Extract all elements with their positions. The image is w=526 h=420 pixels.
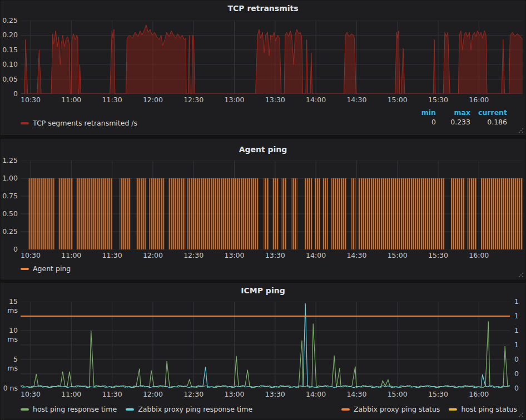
x-tick-label: 15:30 bbox=[425, 251, 451, 260]
stat-header-min: min bbox=[405, 108, 436, 117]
y-tick-label: 0.15 bbox=[1, 46, 18, 54]
y-tick-label: 0.05 bbox=[1, 75, 18, 84]
series-bars-agent-ping bbox=[149, 178, 165, 249]
y-tick-label: 0.20 bbox=[1, 31, 18, 39]
icmp-ping-plot-area[interactable] bbox=[21, 302, 510, 388]
y-tick-label-right: 0 bbox=[514, 369, 525, 378]
x-tick-label: 11:30 bbox=[99, 96, 126, 104]
legend-label[interactable]: Zabbix proxy ping response time bbox=[138, 405, 252, 413]
series-bars-agent-ping bbox=[305, 178, 312, 249]
x-tick-label: 14:30 bbox=[343, 390, 370, 399]
series-bars-agent-ping bbox=[331, 178, 346, 249]
y-tick-label: 5 ms bbox=[1, 355, 18, 373]
series-bars-agent-ping bbox=[187, 178, 259, 249]
series-bars-agent-ping bbox=[450, 178, 465, 249]
x-tick-label: 14:00 bbox=[302, 251, 329, 260]
x-tick-label: 15:00 bbox=[384, 390, 411, 399]
tcp-retransmits-plot-area[interactable] bbox=[21, 21, 523, 94]
legend-label[interactable]: host ping response time bbox=[33, 405, 117, 413]
x-tick-label: 14:30 bbox=[343, 251, 370, 260]
legend-item-proxy-ping-response[interactable]: Zabbix proxy ping response time bbox=[126, 405, 252, 413]
agent-ping-plot-area[interactable] bbox=[21, 161, 523, 249]
legend-item-host-ping-status[interactable]: host ping status bbox=[449, 405, 517, 413]
x-tick-label: 13:30 bbox=[262, 251, 289, 260]
series-bars-agent-ping bbox=[480, 178, 523, 249]
series-bars-agent-ping bbox=[120, 178, 131, 249]
panel-title[interactable]: Agent ping bbox=[1, 145, 525, 154]
x-tick-label: 11:30 bbox=[99, 251, 126, 260]
panel-resize-handle[interactable] bbox=[518, 272, 524, 278]
series-bars-agent-ping bbox=[358, 178, 445, 249]
x-tick-label: 16:00 bbox=[465, 390, 492, 399]
series-bars-agent-ping bbox=[264, 178, 269, 249]
y-tick-label-right: 0 bbox=[514, 355, 525, 364]
series-bars-agent-ping bbox=[351, 178, 355, 249]
panel-tcp-retransmits: TCP retransmits TCP segments retransmite… bbox=[1, 1, 525, 135]
x-tick-label: 10:30 bbox=[17, 96, 44, 104]
series-bars-agent-ping bbox=[468, 178, 477, 249]
panel-resize-handle[interactable] bbox=[518, 412, 524, 418]
legend-label[interactable]: Agent ping bbox=[33, 264, 71, 273]
grafana-dashboard: TCP retransmits TCP segments retransmite… bbox=[0, 0, 526, 420]
x-tick-label: 12:00 bbox=[140, 390, 166, 399]
series-bars-agent-ping bbox=[59, 178, 73, 249]
x-tick-label: 15:00 bbox=[384, 251, 411, 260]
series-bars-agent-ping bbox=[168, 178, 185, 249]
y-tick-label-right: 1 bbox=[514, 297, 525, 306]
panel-title[interactable]: TCP retransmits bbox=[1, 4, 525, 13]
legend-swatch-icon[interactable] bbox=[449, 408, 457, 411]
x-tick-label: 16:00 bbox=[465, 96, 492, 104]
x-tick-label: 16:00 bbox=[465, 251, 492, 260]
x-tick-label: 12:30 bbox=[180, 96, 207, 104]
series-bars-agent-ping bbox=[76, 178, 112, 249]
legend-swatch-icon[interactable] bbox=[21, 408, 29, 411]
legend-label[interactable]: Zabbix proxy ping status bbox=[354, 405, 440, 413]
legend-label[interactable]: host ping status bbox=[461, 405, 517, 413]
y-tick-label-right: 0 bbox=[514, 384, 525, 393]
legend-item-tcp-segments[interactable]: TCP segments retransmited /s bbox=[21, 119, 137, 127]
legend-swatch-icon[interactable] bbox=[126, 408, 134, 411]
panel-agent-ping: Agent ping Agent ping 1.251.000.750.500.… bbox=[1, 139, 525, 279]
x-tick-label: 11:00 bbox=[58, 251, 85, 260]
y-tick-label: 15 ms bbox=[1, 297, 18, 315]
legend-swatch-icon[interactable] bbox=[21, 122, 29, 124]
panel-title[interactable]: ICMP ping bbox=[1, 286, 525, 295]
legend-swatch-icon[interactable] bbox=[21, 268, 29, 270]
y-tick-label: 1.25 bbox=[1, 156, 18, 165]
x-tick-label: 13:00 bbox=[221, 96, 248, 104]
x-tick-label: 11:00 bbox=[58, 96, 85, 104]
x-tick-label: 13:00 bbox=[221, 251, 248, 260]
stat-header-current: current bbox=[470, 108, 507, 117]
y-tick-label: 0.75 bbox=[1, 192, 18, 201]
series-bars-agent-ping bbox=[136, 178, 146, 249]
stat-value-current: 0.186 bbox=[470, 118, 507, 126]
x-tick-label: 11:00 bbox=[58, 390, 85, 399]
y-tick-label-right: 1 bbox=[514, 312, 525, 321]
x-tick-label: 13:30 bbox=[262, 96, 289, 104]
x-tick-label: 13:00 bbox=[221, 390, 248, 399]
x-tick-label: 12:00 bbox=[140, 96, 166, 104]
series-stats: min max current 0 0.233 0.186 bbox=[405, 108, 507, 126]
stat-value-max: 0.233 bbox=[436, 118, 470, 126]
x-tick-label: 11:30 bbox=[99, 390, 126, 399]
y-tick-label-right: 1 bbox=[514, 341, 525, 349]
legend-item-host-ping-response[interactable]: host ping response time bbox=[21, 405, 117, 413]
x-tick-label: 15:30 bbox=[425, 390, 451, 399]
series-bars-agent-ping bbox=[315, 178, 320, 249]
series-line-host-response bbox=[21, 321, 510, 388]
x-tick-label: 10:30 bbox=[17, 251, 44, 260]
y-tick-label: 1.00 bbox=[1, 174, 18, 183]
legend-item-proxy-ping-status[interactable]: Zabbix proxy ping status bbox=[341, 405, 440, 413]
legend-swatch-icon[interactable] bbox=[341, 408, 350, 411]
x-tick-label: 14:30 bbox=[343, 96, 370, 104]
panel-resize-handle[interactable] bbox=[518, 127, 524, 133]
y-tick-label: 0.10 bbox=[1, 60, 18, 69]
legend-item-agent-ping[interactable]: Agent ping bbox=[21, 264, 71, 273]
series-bars-agent-ping bbox=[272, 178, 279, 249]
legend-label[interactable]: TCP segments retransmited /s bbox=[33, 119, 137, 127]
x-tick-label: 13:30 bbox=[262, 390, 289, 399]
series-bars-agent-ping bbox=[28, 178, 54, 249]
x-tick-label: 12:30 bbox=[180, 390, 207, 399]
y-tick-label: 10 ms bbox=[1, 326, 18, 344]
y-tick-label: 0.25 bbox=[1, 16, 18, 25]
